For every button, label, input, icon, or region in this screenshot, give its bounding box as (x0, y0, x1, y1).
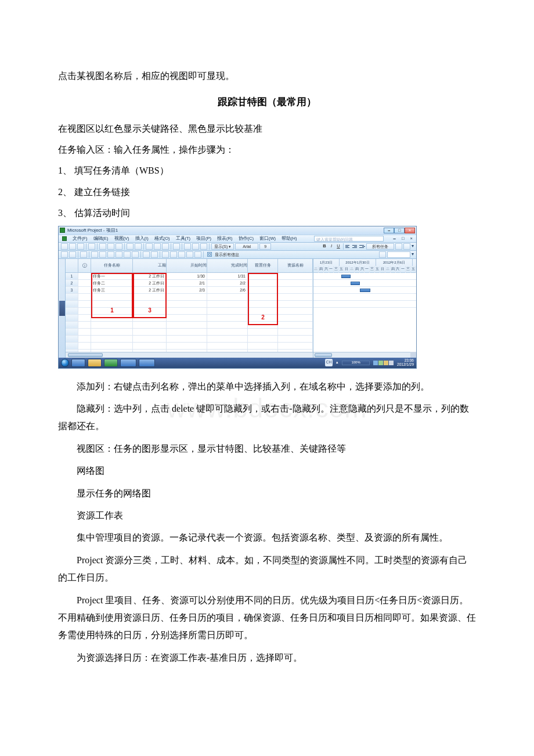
system-tray[interactable] (373, 361, 394, 365)
gantt-bar-2[interactable] (351, 282, 360, 285)
view-network-button[interactable] (99, 251, 106, 258)
menu-project[interactable]: 项目(P) (196, 235, 211, 243)
view-gantt-button[interactable] (91, 251, 98, 258)
row-res[interactable] (278, 273, 313, 280)
view-task-button[interactable] (116, 251, 122, 258)
help-search-box[interactable]: 键入需要帮助的问题 (314, 236, 384, 242)
align-center-button[interactable] (352, 243, 358, 249)
table-hscrollbar[interactable] (66, 352, 313, 358)
unlink-button[interactable] (154, 243, 161, 250)
menu-collab[interactable]: 协作(C) (239, 235, 254, 243)
mdi-close-icon[interactable]: × (410, 235, 413, 243)
font-size-box[interactable]: 9 (259, 243, 271, 250)
save-button[interactable] (77, 243, 84, 250)
menu-edit[interactable]: 编辑(E) (93, 235, 109, 243)
row-pred[interactable] (248, 273, 278, 280)
misc-button-a[interactable] (162, 251, 169, 258)
group-button[interactable] (403, 243, 410, 250)
tray-flag-icon[interactable]: ▴ (336, 359, 338, 366)
misc-button-d[interactable] (186, 251, 193, 258)
misc-button-b[interactable] (170, 251, 177, 258)
font-arial-box[interactable]: Arial (235, 243, 258, 250)
tray-icon-4[interactable] (389, 361, 394, 365)
zoom-readout[interactable]: 100% (342, 361, 370, 365)
col-end[interactable]: 完成时间 (207, 259, 248, 272)
row-res[interactable] (278, 280, 313, 287)
scroll-task-button[interactable] (184, 243, 191, 250)
col-task-name[interactable]: 任务名称 (91, 259, 133, 272)
menu-format[interactable]: 格式(O) (154, 235, 170, 243)
toolbar-chevron-icon[interactable]: ▾ (412, 242, 414, 250)
taskbar-explorer-icon[interactable] (88, 359, 102, 367)
taskbar-ie-icon[interactable] (71, 359, 85, 367)
lang-indicator[interactable]: CH (325, 359, 333, 366)
tray-icon-1[interactable] (373, 361, 378, 365)
next-icon[interactable] (69, 251, 76, 258)
close-button[interactable]: × (405, 228, 415, 233)
row-res[interactable] (278, 287, 313, 294)
underline-button[interactable]: U (335, 242, 341, 250)
misc-button-e[interactable] (194, 251, 201, 258)
row-pred[interactable] (248, 287, 278, 294)
autofilter-button[interactable] (395, 243, 402, 250)
col-duration[interactable]: 工期 (133, 259, 167, 272)
row-dur[interactable]: 2 工作日 (133, 287, 167, 294)
mdi-min-icon[interactable]: ‒ (393, 235, 396, 243)
view-resource-button[interactable] (124, 251, 131, 258)
row-pred[interactable] (248, 280, 278, 287)
align-right-button[interactable] (359, 243, 365, 249)
mdi-restore-icon[interactable]: □ (402, 235, 405, 243)
menu-view[interactable]: 视图(V) (114, 235, 129, 243)
taskbar-project-icon[interactable] (104, 359, 118, 367)
undo-button[interactable] (127, 243, 134, 250)
gantt-bar-1[interactable] (341, 275, 351, 278)
view-calendar-button[interactable] (107, 251, 114, 258)
row-end[interactable]: 2/6 (207, 287, 248, 294)
toolbar2-chevron-icon[interactable]: ▾ (412, 250, 414, 258)
gantt-hscrollbar[interactable] (313, 352, 416, 358)
taskbar-clock[interactable]: 23:06 2012/1/29 (397, 359, 414, 367)
view-icon-1[interactable] (80, 251, 87, 258)
print-button[interactable] (88, 243, 95, 250)
col-pred[interactable]: 前置任务 (248, 259, 278, 272)
go-task-button[interactable] (379, 251, 386, 258)
minimize-button[interactable]: ‒ (384, 228, 394, 233)
taskbar-app-2-icon[interactable] (139, 359, 155, 367)
link-button[interactable] (146, 243, 153, 250)
show-dropdown[interactable]: 显示(S) ▾ (211, 243, 234, 250)
view-more-button[interactable] (132, 251, 139, 258)
gantt-bar-3[interactable] (360, 289, 370, 292)
open-button[interactable] (69, 243, 76, 250)
start-button[interactable] (61, 359, 69, 367)
copy-button[interactable] (107, 243, 114, 250)
filter-box[interactable]: 所有任务 (366, 243, 394, 250)
col-res[interactable]: 资源名称 (278, 259, 313, 272)
info-button[interactable] (173, 243, 180, 250)
bold-button[interactable]: B (322, 242, 327, 250)
tray-icon-3[interactable] (384, 361, 388, 365)
cut-button[interactable] (99, 243, 106, 250)
menu-tools[interactable]: 工具(T) (176, 235, 191, 243)
outdent-button[interactable] (143, 251, 150, 258)
redo-button[interactable] (135, 243, 142, 250)
view-bar[interactable] (59, 259, 66, 358)
menu-help[interactable]: 帮助(H) (282, 235, 297, 243)
group-none-box[interactable] (387, 251, 410, 258)
italic-button[interactable]: I (329, 242, 334, 250)
menu-report[interactable]: 报表(R) (217, 235, 232, 243)
new-button[interactable] (61, 243, 68, 250)
row-start[interactable]: 2/3 (167, 287, 207, 294)
prev-icon[interactable] (61, 251, 68, 258)
indent-button[interactable] (151, 251, 158, 258)
zoom-in-button[interactable] (200, 243, 207, 250)
taskbar-app-1-icon[interactable] (120, 359, 136, 367)
maximize-button[interactable]: □ (394, 228, 405, 233)
zoom-out-button[interactable] (192, 243, 199, 250)
show-all-group[interactable]: 显示所有信息 (205, 251, 243, 258)
col-index[interactable] (66, 259, 78, 272)
menu-file[interactable]: 文件(F) (73, 235, 88, 243)
menu-insert[interactable]: 插入(I) (135, 235, 149, 243)
align-left-button[interactable] (345, 243, 351, 249)
row-name[interactable]: 任务三 (91, 287, 133, 294)
col-start[interactable]: 开始时间 (167, 259, 207, 272)
